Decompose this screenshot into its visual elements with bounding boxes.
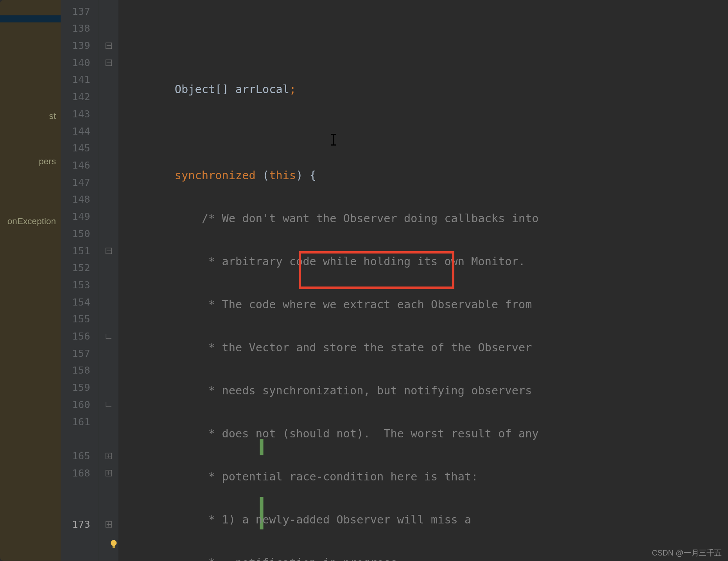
code-line[interactable]: /* We don't want the Observer doing call… — [118, 210, 728, 227]
code-line[interactable]: * notification in progress — [118, 554, 728, 561]
sidebar-item[interactable] — [0, 124, 61, 131]
sidebar-item[interactable] — [0, 72, 61, 79]
code-area[interactable]: Object[] arrLocal; synchronized (this) {… — [118, 0, 728, 561]
line-number[interactable]: 155 — [61, 311, 98, 328]
sidebar-item[interactable] — [0, 198, 61, 205]
sidebar-item[interactable]: st — [0, 107, 61, 124]
code-line[interactable]: * potential race-condition here is that: — [118, 468, 728, 485]
structure-sidebar[interactable]: st pers onException — [0, 0, 61, 561]
sidebar-item[interactable] — [0, 15, 61, 22]
sidebar-item[interactable] — [0, 1, 61, 8]
code-line[interactable]: * The code where we extract each Observa… — [118, 296, 728, 313]
code-line[interactable] — [118, 124, 728, 141]
line-number[interactable] — [61, 482, 98, 499]
line-number[interactable]: 151 — [61, 242, 98, 259]
sidebar-item[interactable] — [0, 86, 61, 93]
line-number[interactable] — [61, 499, 98, 516]
line-number[interactable]: 146 — [61, 157, 98, 174]
fold-expand-icon[interactable] — [99, 516, 118, 533]
line-number-gutter[interactable]: 137 138 139 140 141 142 143 144 145 146 … — [61, 0, 98, 561]
sidebar-item[interactable] — [0, 100, 61, 107]
line-number[interactable]: 143 — [61, 106, 98, 123]
sidebar-item[interactable] — [0, 65, 61, 72]
line-number[interactable]: 138 — [61, 20, 98, 37]
sidebar-item[interactable] — [0, 51, 61, 58]
code-line[interactable]: * 1) a newly-added Observer will miss a — [118, 511, 728, 529]
sidebar-item[interactable] — [0, 58, 61, 65]
code-line[interactable]: Object[] arrLocal; — [118, 81, 728, 98]
sidebar-item[interactable] — [0, 170, 61, 177]
fold-expand-icon[interactable] — [99, 448, 118, 465]
sidebar-item[interactable] — [0, 205, 61, 212]
line-number[interactable]: 153 — [61, 277, 98, 294]
line-number[interactable]: 173 — [61, 516, 98, 533]
sidebar-item[interactable] — [0, 236, 61, 243]
line-number[interactable]: 159 — [61, 379, 98, 396]
line-number[interactable]: 140 — [61, 54, 98, 72]
sidebar-item[interactable] — [0, 146, 61, 153]
sidebar-item[interactable] — [0, 44, 61, 51]
line-number[interactable]: 141 — [61, 71, 98, 88]
fold-end-icon[interactable] — [99, 328, 118, 345]
sidebar-item[interactable]: onException — [0, 212, 61, 230]
sidebar-item[interactable] — [0, 184, 61, 191]
line-number[interactable]: 157 — [61, 345, 98, 362]
line-number[interactable]: 156 — [61, 328, 98, 345]
line-number[interactable]: 148 — [61, 191, 98, 208]
line-number[interactable]: 144 — [61, 122, 98, 140]
fold-end-icon[interactable] — [99, 396, 118, 414]
sidebar-item[interactable] — [0, 79, 61, 86]
fold-toggle-icon[interactable] — [99, 54, 118, 72]
fold-column[interactable] — [99, 0, 118, 561]
code-editor[interactable]: st pers onException 137 138 139 140 141 … — [0, 0, 728, 561]
sidebar-item[interactable]: pers — [0, 153, 61, 170]
code-line[interactable]: * needs synchronization, but notifying o… — [118, 382, 728, 399]
svg-point-15 — [111, 540, 117, 546]
line-number[interactable]: 147 — [61, 174, 98, 191]
line-number[interactable]: 161 — [61, 413, 98, 430]
line-number[interactable]: 149 — [61, 208, 98, 225]
svg-rect-16 — [113, 546, 115, 548]
code-line[interactable]: * the Vector and store the state of the … — [118, 339, 728, 356]
sidebar-item[interactable] — [0, 29, 61, 36]
line-number[interactable]: 165 — [61, 448, 98, 465]
sidebar-item[interactable] — [0, 229, 61, 236]
fold-expand-icon[interactable] — [99, 465, 118, 482]
line-number[interactable]: 137 — [61, 3, 98, 20]
line-number[interactable]: 154 — [61, 293, 98, 311]
fold-end-icon[interactable] — [99, 242, 118, 259]
sidebar-item[interactable] — [0, 131, 61, 138]
line-number[interactable]: 158 — [61, 362, 98, 379]
line-number[interactable]: 139 — [61, 37, 98, 54]
code-line[interactable]: * arbitrary code while holding its own M… — [118, 253, 728, 270]
sidebar-item[interactable] — [0, 138, 61, 146]
sidebar-item[interactable] — [0, 93, 61, 100]
line-number[interactable]: 145 — [61, 140, 98, 157]
sidebar-item[interactable] — [0, 22, 61, 29]
line-number[interactable]: 142 — [61, 88, 98, 106]
fold-toggle-icon[interactable] — [99, 37, 118, 54]
watermark-text: CSDN @一月三千五 — [652, 548, 722, 558]
code-line[interactable]: * does not (should not). The worst resul… — [118, 425, 728, 442]
sidebar-item[interactable] — [0, 191, 61, 198]
line-number[interactable]: 150 — [61, 225, 98, 243]
sidebar-item[interactable] — [0, 8, 61, 15]
line-number[interactable]: 152 — [61, 259, 98, 277]
sidebar-item[interactable] — [0, 36, 61, 43]
line-number[interactable]: 160 — [61, 396, 98, 414]
code-line[interactable]: synchronized (this) { — [118, 167, 728, 184]
line-number[interactable] — [61, 430, 98, 448]
line-number[interactable]: 168 — [61, 465, 98, 482]
sidebar-item[interactable] — [0, 177, 61, 184]
lightbulb-icon[interactable] — [109, 539, 118, 549]
